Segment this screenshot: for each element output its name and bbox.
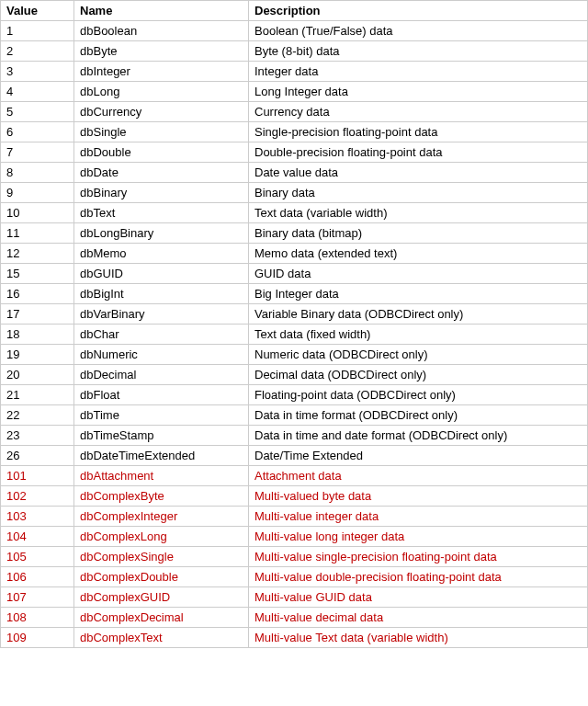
cell-value: 7: [1, 142, 74, 163]
cell-name: dbDateTimeExtended: [74, 446, 249, 466]
cell-description: Text data (variable width): [249, 203, 588, 223]
cell-name: dbTimeStamp: [74, 426, 249, 446]
cell-name: dbBoolean: [74, 21, 249, 41]
cell-name: dbDate: [74, 163, 249, 183]
cell-description: Currency data: [249, 102, 588, 122]
table-row: 6dbSingleSingle-precision floating-point…: [1, 122, 588, 142]
cell-description: Variable Binary data (ODBCDirect only): [249, 304, 588, 325]
cell-description: Multi-value GUID data: [249, 587, 588, 608]
cell-value: 106: [1, 567, 74, 587]
cell-description: Double-precision floating-point data: [249, 142, 588, 163]
cell-name: dbComplexGUID: [74, 587, 249, 608]
cell-name: dbLong: [74, 82, 249, 102]
cell-value: 26: [1, 446, 74, 466]
cell-description: GUID data: [249, 264, 588, 284]
cell-value: 108: [1, 608, 74, 628]
cell-name: dbVarBinary: [74, 304, 249, 325]
table-row: 7dbDoubleDouble-precision floating-point…: [1, 142, 588, 163]
cell-description: Multi-value single-precision floating-po…: [249, 547, 588, 567]
cell-description: Big Integer data: [249, 284, 588, 304]
cell-value: 3: [1, 62, 74, 82]
cell-name: dbInteger: [74, 62, 249, 82]
cell-value: 5: [1, 102, 74, 122]
table-row: 19dbNumericNumeric data (ODBCDirect only…: [1, 345, 588, 365]
table-row: 3dbIntegerInteger data: [1, 62, 588, 82]
cell-description: Multi-valued byte data: [249, 486, 588, 507]
cell-name: dbNumeric: [74, 345, 249, 365]
cell-name: dbGUID: [74, 264, 249, 284]
cell-description: Binary data (bitmap): [249, 223, 588, 244]
cell-value: 22: [1, 405, 74, 426]
cell-name: dbTime: [74, 405, 249, 426]
cell-value: 20: [1, 365, 74, 385]
column-header-name: Name: [74, 1, 249, 21]
cell-description: Data in time format (ODBCDirect only): [249, 405, 588, 426]
cell-name: dbComplexText: [74, 628, 249, 648]
cell-value: 10: [1, 203, 74, 223]
cell-description: Multi-value long integer data: [249, 527, 588, 547]
table-row: 12dbMemoMemo data (extended text): [1, 244, 588, 264]
cell-name: dbComplexDecimal: [74, 608, 249, 628]
cell-name: dbDouble: [74, 142, 249, 163]
table-header-row: Value Name Description: [1, 1, 588, 21]
table-row: 105dbComplexSingleMulti-value single-pre…: [1, 547, 588, 567]
cell-value: 15: [1, 264, 74, 284]
cell-description: Floating-point data (ODBCDirect only): [249, 385, 588, 405]
table-row: 103dbComplexIntegerMulti-value integer d…: [1, 507, 588, 527]
table-row: 22dbTimeData in time format (ODBCDirect …: [1, 405, 588, 426]
cell-description: Boolean (True/False) data: [249, 21, 588, 41]
cell-value: 4: [1, 82, 74, 102]
cell-value: 104: [1, 527, 74, 547]
table-body: 1dbBooleanBoolean (True/False) data2dbBy…: [1, 21, 588, 648]
cell-name: dbComplexInteger: [74, 507, 249, 527]
cell-value: 11: [1, 223, 74, 244]
cell-value: 16: [1, 284, 74, 304]
table-row: 107dbComplexGUIDMulti-value GUID data: [1, 587, 588, 608]
cell-description: Multi-value Text data (variable width): [249, 628, 588, 648]
table-row: 106dbComplexDoubleMulti-value double-pre…: [1, 567, 588, 587]
column-header-description: Description: [249, 1, 588, 21]
cell-value: 101: [1, 466, 74, 486]
cell-value: 103: [1, 507, 74, 527]
cell-value: 2: [1, 41, 74, 62]
cell-description: Multi-value integer data: [249, 507, 588, 527]
table-row: 15dbGUIDGUID data: [1, 264, 588, 284]
cell-value: 9: [1, 183, 74, 203]
table-row: 21dbFloatFloating-point data (ODBCDirect…: [1, 385, 588, 405]
cell-description: Date value data: [249, 163, 588, 183]
cell-value: 107: [1, 587, 74, 608]
cell-description: Attachment data: [249, 466, 588, 486]
cell-value: 8: [1, 163, 74, 183]
cell-name: dbText: [74, 203, 249, 223]
table-row: 18dbCharText data (fixed width): [1, 325, 588, 345]
cell-description: Multi-value decimal data: [249, 608, 588, 628]
cell-description: Decimal data (ODBCDirect only): [249, 365, 588, 385]
cell-description: Binary data: [249, 183, 588, 203]
cell-description: Numeric data (ODBCDirect only): [249, 345, 588, 365]
data-types-table: Value Name Description 1dbBooleanBoolean…: [0, 0, 588, 648]
column-header-value: Value: [1, 1, 74, 21]
cell-value: 102: [1, 486, 74, 507]
cell-description: Multi-value double-precision floating-po…: [249, 567, 588, 587]
table-row: 102dbComplexByteMulti-valued byte data: [1, 486, 588, 507]
cell-name: dbBigInt: [74, 284, 249, 304]
cell-name: dbCurrency: [74, 102, 249, 122]
table-row: 26dbDateTimeExtendedDate/Time Extended: [1, 446, 588, 466]
table-row: 5dbCurrencyCurrency data: [1, 102, 588, 122]
cell-value: 18: [1, 325, 74, 345]
table-row: 109dbComplexTextMulti-value Text data (v…: [1, 628, 588, 648]
table-row: 108dbComplexDecimalMulti-value decimal d…: [1, 608, 588, 628]
cell-description: Memo data (extended text): [249, 244, 588, 264]
cell-value: 17: [1, 304, 74, 325]
table-row: 17dbVarBinaryVariable Binary data (ODBCD…: [1, 304, 588, 325]
cell-description: Byte (8-bit) data: [249, 41, 588, 62]
table-row: 9dbBinaryBinary data: [1, 183, 588, 203]
table-row: 16dbBigIntBig Integer data: [1, 284, 588, 304]
table-row: 101dbAttachmentAttachment data: [1, 466, 588, 486]
cell-description: Integer data: [249, 62, 588, 82]
cell-name: dbLongBinary: [74, 223, 249, 244]
cell-value: 23: [1, 426, 74, 446]
cell-name: dbComplexDouble: [74, 567, 249, 587]
cell-name: dbBinary: [74, 183, 249, 203]
table-row: 11dbLongBinaryBinary data (bitmap): [1, 223, 588, 244]
